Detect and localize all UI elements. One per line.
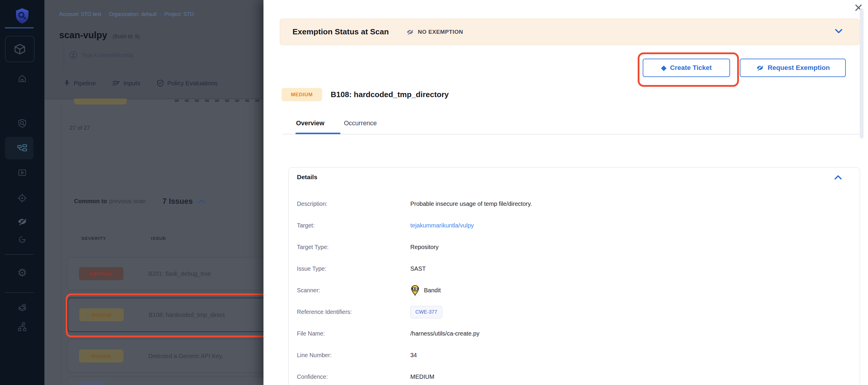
active-tab-underline bbox=[296, 133, 340, 134]
page-title: scan-vulpy bbox=[59, 30, 107, 40]
detail-label: Confidence: bbox=[297, 374, 410, 380]
table-row[interactable]: CRITICAL B201: flask_debug_true bbox=[67, 257, 264, 290]
column-header-severity: SEVERITY bbox=[82, 236, 106, 241]
eye-slash-icon bbox=[406, 28, 414, 35]
annotation-highlight-selected-row bbox=[66, 294, 264, 337]
layers-gear-icon[interactable] bbox=[0, 303, 44, 313]
issue-details-drawer: Exemption Status at Scan NO EXEMPTION ◆ … bbox=[264, 0, 868, 385]
group-label-bold: Common to bbox=[74, 198, 107, 205]
triggered-by-user: Teja Kummarikuntla bbox=[69, 51, 133, 59]
drawer-tabs: Overview Occurrence bbox=[296, 120, 377, 127]
sidebar-accent-divider bbox=[5, 27, 34, 28]
detail-row: Line Number: 34 34 34 34 bbox=[289, 345, 860, 366]
execution-tabs: Pipeline Inputs Policy Evaluations bbox=[64, 79, 218, 87]
breadcrumb-separator: › bbox=[104, 11, 106, 17]
group-label: previous scan bbox=[109, 198, 146, 205]
issue-name: B201: flask_debug_true bbox=[148, 270, 211, 277]
breadcrumb-project-link[interactable]: Project: STO bbox=[164, 11, 194, 17]
breadcrumb: Account: STO test›Organization: default›… bbox=[59, 11, 194, 18]
chevron-up-icon[interactable] bbox=[833, 174, 843, 181]
sidebar-divider bbox=[5, 254, 34, 255]
sidebar-divider bbox=[5, 292, 34, 293]
detail-row: Reference Identifiers: CWE-377 CWE-377 C… bbox=[289, 301, 860, 323]
avatar-icon bbox=[69, 51, 78, 59]
table-row-partial[interactable] bbox=[67, 377, 264, 385]
shield-search-icon[interactable] bbox=[0, 118, 44, 128]
request-exemption-label: Request Exemption bbox=[768, 64, 830, 72]
severity-badge: MEDIUM bbox=[79, 350, 123, 362]
clipped-severity-badge bbox=[74, 99, 127, 105]
build-id-label: (Build Id: 6) bbox=[113, 33, 140, 39]
detail-row: Target: tejakummarikuntla/vulpy tejakumm… bbox=[289, 215, 860, 236]
detail-row: Description: Probable insecure usage of … bbox=[289, 193, 860, 215]
inputs-tab-icon bbox=[113, 80, 120, 87]
org-structure-gear-icon[interactable] bbox=[0, 322, 44, 332]
scanner-value: Bandit bbox=[410, 285, 441, 296]
tab-inputs-label: Inputs bbox=[123, 80, 140, 87]
tab-overview[interactable]: Overview bbox=[296, 120, 324, 127]
tabs-border bbox=[283, 134, 860, 135]
detail-value: 34 bbox=[410, 352, 417, 359]
reference-identifier-chip[interactable]: CWE-377 bbox=[410, 306, 442, 318]
breadcrumb-org-link[interactable]: Organization: default bbox=[109, 11, 157, 17]
target-icon[interactable] bbox=[0, 193, 44, 203]
detail-value: MEDIUM bbox=[410, 374, 434, 380]
detail-row: File Name: /harness/utils/ca-create.py /… bbox=[289, 323, 860, 345]
breadcrumb-separator: › bbox=[160, 11, 161, 17]
group-issue-count: 7 Issues bbox=[162, 197, 193, 206]
detail-value: /harness/utils/ca-create.py bbox=[410, 330, 479, 337]
detail-label: Target: bbox=[297, 222, 410, 229]
harness-sto-logo bbox=[0, 8, 44, 24]
pipelines-nav-icon[interactable] bbox=[0, 143, 44, 153]
request-exemption-button[interactable]: Request Exemption bbox=[740, 59, 846, 77]
panel-edge-divider bbox=[61, 99, 62, 385]
left-nav-sidebar: ⚙ bbox=[0, 0, 44, 385]
clipped-row-text-remnant bbox=[175, 99, 264, 102]
home-icon[interactable] bbox=[0, 74, 44, 83]
exemptions-eye-slash-icon[interactable] bbox=[0, 217, 44, 226]
breadcrumb-account-link[interactable]: Account: STO test bbox=[59, 11, 101, 17]
settings-gear-icon[interactable]: ⚙ bbox=[0, 267, 44, 278]
tab-occurrence[interactable]: Occurrence bbox=[344, 120, 377, 127]
user-timeline-bar bbox=[64, 45, 64, 67]
exemption-status-text: NO EXEMPTION bbox=[418, 29, 463, 35]
table-row[interactable]: MEDIUM Detected a Generic API Key, bbox=[67, 339, 264, 373]
chevron-down-icon[interactable] bbox=[834, 27, 844, 35]
detail-row: Issue Type: SAST SAST SAST SAST bbox=[289, 258, 860, 279]
module-selector-button[interactable] bbox=[5, 36, 35, 62]
cube-icon bbox=[13, 42, 26, 56]
page-title-row: scan-vulpy (Build Id: 6) bbox=[59, 30, 140, 40]
tab-policy-evaluations[interactable]: Policy Evaluations bbox=[157, 79, 218, 87]
collapse-chevron-up-icon[interactable] bbox=[197, 199, 206, 204]
issue-title-row: MEDIUM B108: hardcoded_tmp_directory bbox=[282, 88, 449, 101]
detail-label: Target Type: bbox=[297, 244, 410, 250]
clipped-severity-badge bbox=[79, 381, 106, 385]
column-header-issue: ISSUE bbox=[151, 236, 166, 241]
get-started-icon[interactable] bbox=[0, 235, 44, 244]
executions-play-icon[interactable] bbox=[0, 168, 44, 177]
exemption-status-banner[interactable]: Exemption Status at Scan NO EXEMPTION bbox=[280, 19, 860, 45]
details-card: Details Description: Probable insecure u… bbox=[288, 167, 860, 385]
exemption-status-chip: NO EXEMPTION bbox=[406, 28, 463, 35]
detail-label: Description: bbox=[297, 201, 410, 207]
detail-row: Confidence: MEDIUM MEDIUM MEDIUM MEDIUM bbox=[289, 366, 860, 385]
detail-value: Repository bbox=[410, 244, 439, 250]
scanner-name: Bandit bbox=[424, 287, 441, 294]
user-name: Teja Kummarikuntla bbox=[81, 52, 133, 59]
issues-count-text: 27 of 27 bbox=[69, 125, 90, 131]
detail-label: Line Number: bbox=[297, 352, 410, 359]
detail-label: File Name: bbox=[297, 330, 410, 337]
detail-value-link[interactable]: tejakummarikuntla/vulpy bbox=[410, 222, 474, 229]
tab-policy-label: Policy Evaluations bbox=[167, 80, 218, 87]
details-rows: Description: Probable insecure usage of … bbox=[289, 193, 860, 385]
detail-label: Reference Identifiers: bbox=[297, 308, 410, 316]
bandit-scanner-icon bbox=[410, 285, 420, 296]
dimmed-background-content: Account: STO test›Organization: default›… bbox=[44, 0, 264, 385]
detail-row: Scanner: Bandit Bandit Bandit Bandit bbox=[289, 279, 860, 301]
drawer-scrollbar-thumb[interactable] bbox=[860, 8, 864, 139]
tab-inputs[interactable]: Inputs bbox=[113, 80, 140, 87]
eye-slash-icon bbox=[756, 64, 764, 71]
severity-badge: CRITICAL bbox=[79, 267, 123, 280]
tab-pipeline-label: Pipeline bbox=[74, 80, 96, 87]
tab-pipeline[interactable]: Pipeline bbox=[64, 80, 96, 87]
